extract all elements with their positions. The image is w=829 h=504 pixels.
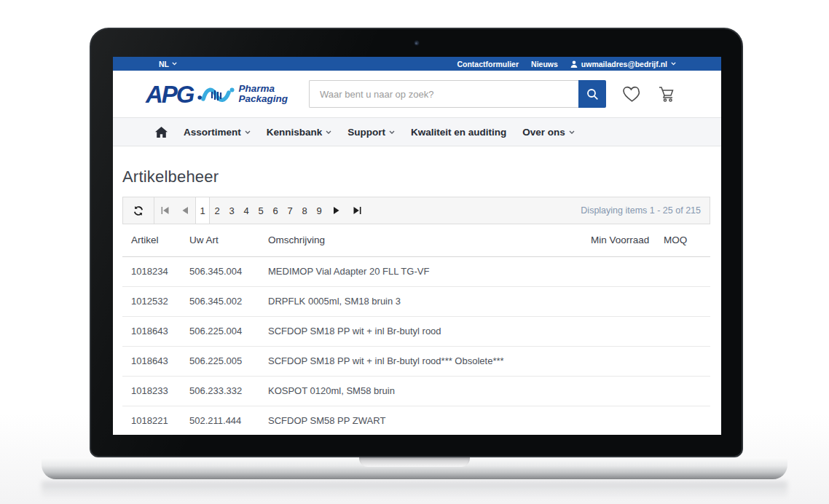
tagline-line1: Pharma: [239, 84, 288, 94]
table-row[interactable]: 1018643 506.225.005 SCFDOP SM18 PP wit +…: [122, 346, 710, 376]
top-utility-bar: NL Contactformulier Nieuws uwmailadres@b…: [113, 57, 721, 71]
news-link[interactable]: Nieuws: [531, 60, 558, 68]
browser-viewport: NL Contactformulier Nieuws uwmailadres@b…: [113, 57, 721, 435]
cell-uw-art: 506.345.002: [189, 286, 268, 316]
cell-omschrijving: DRPFLK 0005ml, SM18 bruin 3: [268, 286, 591, 316]
table-row[interactable]: 1018234 506.345.004 MEDIMOP Vial Adapter…: [122, 256, 710, 286]
cell-min-voorraad: [591, 256, 664, 286]
nav-item-label: Over ons: [522, 127, 565, 138]
tagline-line2: Packaging: [239, 94, 288, 104]
column-header-uw-art[interactable]: Uw Art: [189, 224, 268, 256]
page-number-button[interactable]: 2: [210, 197, 224, 224]
chevron-down-icon: [172, 62, 177, 66]
cell-moq: [664, 346, 710, 376]
page-number-button[interactable]: 6: [268, 197, 283, 224]
nav-home-button[interactable]: [155, 127, 168, 138]
webcam-dot: [414, 40, 420, 46]
nav-item[interactable]: Assortiment: [184, 127, 251, 138]
pagination-status: Displaying items 1 - 25 of 215: [581, 205, 710, 216]
nav-item[interactable]: Kwaliteit en auditing: [411, 127, 506, 138]
brand-name: APG: [146, 82, 194, 106]
cell-artikel: 1012532: [122, 286, 189, 316]
nav-item-label: Kennisbank: [267, 127, 323, 138]
account-menu[interactable]: uwmailadres@bedrijf.nl: [570, 60, 676, 68]
page-number-button[interactable]: 4: [239, 197, 254, 224]
cell-omschrijving: SCFDOP SM18 PP wit + inl Br-butyl rood**…: [268, 346, 591, 376]
cart-button[interactable]: [658, 85, 677, 103]
account-email: uwmailadres@bedrijf.nl: [581, 60, 667, 68]
table-header: Artikel Uw Art Omschrijving Min Voorraad…: [122, 224, 710, 256]
nav-item[interactable]: Kennisbank: [267, 127, 332, 138]
chevron-down-icon: [671, 62, 676, 66]
nav-item-label: Kwaliteit en auditing: [411, 127, 506, 138]
search-bar: [309, 80, 606, 108]
cell-moq: [664, 256, 710, 286]
user-icon: [570, 60, 578, 68]
page-content: Artikelbeheer: [113, 168, 721, 435]
next-page-button[interactable]: [326, 197, 347, 224]
nav-item[interactable]: Over ons: [522, 127, 575, 138]
chevron-down-icon: [569, 130, 575, 134]
cell-artikel: 1018233: [122, 376, 189, 406]
table-row[interactable]: 1018643 506.225.004 SCFDOP SM18 PP wit +…: [122, 316, 710, 346]
cell-artikel: 1018643: [122, 316, 189, 346]
cell-omschrijving: SCFDOP SM58 PP ZWART: [268, 406, 591, 435]
cell-uw-art: 506.225.004: [189, 316, 268, 346]
cell-moq: [664, 316, 710, 346]
page-number-button[interactable]: 8: [297, 197, 312, 224]
column-header-omschrijving[interactable]: Omschrijving: [268, 224, 591, 256]
prev-page-button[interactable]: [175, 197, 195, 224]
chevron-down-icon: [389, 130, 395, 134]
nav-item-label: Assortiment: [184, 127, 241, 138]
refresh-button[interactable]: [123, 197, 154, 224]
cell-min-voorraad: [591, 376, 664, 406]
column-header-min-voorraad[interactable]: Min Voorraad: [591, 224, 664, 256]
cell-artikel: 1018643: [122, 346, 189, 376]
articles-table: Artikel Uw Art Omschrijving Min Voorraad…: [122, 224, 710, 435]
search-input[interactable]: [309, 80, 578, 108]
cell-min-voorraad: [591, 316, 664, 346]
cell-omschrijving: KOSPOT 0120ml, SM58 bruin: [268, 376, 591, 406]
brand-logo[interactable]: APG Pharma Packaging: [146, 82, 288, 106]
cell-artikel: 1018234: [122, 256, 189, 286]
table-row[interactable]: 1018221 502.211.444 SCFDOP SM58 PP ZWART: [122, 406, 710, 435]
page-number-button[interactable]: 5: [254, 197, 268, 224]
pagination-bar: 1 2 3 4 5 6 7: [122, 197, 710, 224]
laptop-base: [42, 457, 787, 479]
nav-item-label: Support: [347, 127, 385, 138]
column-header-moq[interactable]: MOQ: [664, 224, 710, 256]
topbar-links: Contactformulier Nieuws uwmailadres@bedr…: [457, 60, 676, 68]
last-page-icon: [353, 207, 361, 214]
contact-link[interactable]: Contactformulier: [457, 60, 519, 68]
wishlist-button[interactable]: [622, 86, 642, 103]
home-icon: [155, 127, 168, 138]
nav-items: Assortiment Kennisbank Support: [184, 127, 575, 138]
table-body: 1018234 506.345.004 MEDIMOP Vial Adapter…: [122, 256, 710, 435]
last-page-button[interactable]: [347, 197, 367, 224]
page-number-button[interactable]: 7: [283, 197, 297, 224]
page-number-button[interactable]: 1: [195, 197, 210, 224]
cell-min-voorraad: [591, 346, 664, 376]
cell-min-voorraad: [591, 406, 664, 435]
site-header: APG Pharma Packaging: [113, 71, 721, 117]
nav-item[interactable]: Support: [347, 127, 395, 138]
table-row[interactable]: 1018233 506.233.332 KOSPOT 0120ml, SM58 …: [122, 376, 710, 406]
dna-logo-icon: [197, 82, 237, 106]
main-nav: Assortiment Kennisbank Support: [113, 117, 721, 146]
laptop-base-notch: [359, 457, 470, 467]
first-page-icon: [161, 207, 169, 214]
search-button[interactable]: [578, 80, 606, 108]
search-icon: [586, 88, 599, 101]
first-page-button[interactable]: [154, 197, 175, 224]
cart-icon: [658, 85, 677, 103]
page-number-button[interactable]: 9: [312, 197, 326, 224]
next-page-icon: [334, 207, 339, 214]
column-header-artikel[interactable]: Artikel: [122, 224, 189, 256]
prev-page-icon: [182, 207, 188, 214]
table-row[interactable]: 1012532 506.345.002 DRPFLK 0005ml, SM18 …: [122, 286, 710, 316]
laptop-bezel: NL Contactformulier Nieuws uwmailadres@b…: [90, 28, 743, 457]
cell-omschrijving: MEDIMOP Vial Adapter 20 FLL TG-VF: [268, 256, 591, 286]
page-number-button[interactable]: 3: [224, 197, 239, 224]
language-selector[interactable]: NL: [159, 60, 177, 68]
brand-tagline: Pharma Packaging: [239, 84, 288, 104]
